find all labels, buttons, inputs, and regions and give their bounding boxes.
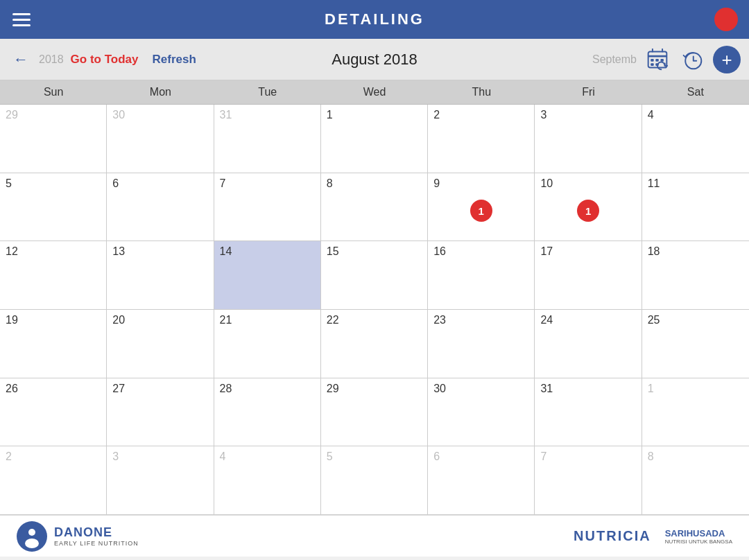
calendar-cell[interactable]: 21 — [214, 310, 321, 378]
day-number: 9 — [433, 177, 440, 189]
day-number: 24 — [540, 314, 553, 326]
hamburger-menu-button[interactable] — [12, 13, 31, 26]
danone-sub-label: EARLY LIFE NUTRITION — [54, 540, 139, 547]
calendar-cell[interactable]: 20 — [107, 310, 214, 378]
calendar-cell[interactable]: 4 — [642, 105, 749, 173]
calendar-cell[interactable]: 31 — [214, 105, 321, 173]
calendar-grid: 2930311234567891101111213141516171819202… — [0, 105, 749, 515]
event-badge: 1 — [470, 200, 492, 222]
day-number: 30 — [433, 383, 446, 394]
refresh-button[interactable]: Refresh — [153, 53, 196, 67]
go-today-button[interactable]: Go to Today — [71, 53, 139, 67]
calendar-cell[interactable]: 24 — [535, 310, 642, 378]
calendar-cell[interactable]: 7 — [214, 173, 321, 241]
calendar-cell[interactable]: 6 — [428, 446, 535, 514]
calendar-cell[interactable]: 12 — [0, 241, 107, 309]
calendar-cell[interactable]: 7 — [535, 446, 642, 514]
day-header-fri: Fri — [535, 80, 642, 104]
danone-name-label: DANONE — [54, 525, 139, 540]
svg-point-11 — [28, 529, 35, 536]
calendar-cell[interactable]: 6 — [107, 173, 214, 241]
calendar-cell[interactable]: 27 — [107, 378, 214, 446]
calendar-cell[interactable]: 2 — [428, 105, 535, 173]
day-number: 7 — [220, 177, 226, 189]
calendar-cell[interactable]: 28 — [214, 378, 321, 446]
svg-rect-6 — [660, 59, 663, 62]
day-number: 26 — [6, 383, 18, 394]
svg-point-12 — [25, 539, 39, 548]
day-number: 12 — [6, 245, 18, 257]
svg-rect-7 — [651, 63, 653, 66]
calendar-cell[interactable]: 26 — [0, 378, 107, 446]
calendar-cell[interactable]: 1 — [321, 105, 428, 173]
day-headers-row: SunMonTueWedThuFriSat — [0, 80, 749, 105]
calendar-cell[interactable]: 17 — [535, 241, 642, 309]
day-header-wed: Wed — [321, 80, 428, 104]
calendar-week-row: 12131415161718 — [0, 241, 749, 310]
day-number: 29 — [327, 383, 339, 394]
calendar-cell[interactable]: 2 — [0, 446, 107, 514]
day-number: 6 — [112, 177, 119, 189]
svg-rect-5 — [655, 59, 658, 62]
calendar-cell[interactable]: 8 — [642, 446, 749, 514]
month-year-title: August 2018 — [332, 51, 417, 69]
day-header-tue: Tue — [214, 80, 321, 104]
calendar-week-row: 2930311234 — [0, 105, 749, 173]
day-header-mon: Mon — [107, 80, 214, 104]
day-number: 27 — [112, 383, 125, 394]
calendar-cell[interactable]: 22 — [321, 310, 428, 378]
calendar-week-row: 56789110111 — [0, 173, 749, 242]
event-badge: 1 — [577, 200, 599, 222]
day-number: 22 — [327, 314, 339, 326]
calendar-cell[interactable]: 5 — [0, 173, 107, 241]
calendar-cell[interactable]: 25 — [642, 310, 749, 378]
day-number: 15 — [327, 245, 339, 257]
day-number: 3 — [112, 450, 119, 462]
day-number: 25 — [648, 314, 660, 326]
calendar-cell[interactable]: 91 — [428, 173, 535, 241]
calendar-cell[interactable]: 8 — [321, 173, 428, 241]
day-number: 28 — [220, 383, 232, 394]
calendar-cell[interactable]: 18 — [642, 241, 749, 309]
day-number: 30 — [112, 109, 125, 121]
prev-year-label: 2018 — [39, 53, 64, 66]
calendar-cell[interactable]: 23 — [428, 310, 535, 378]
calendar-cell[interactable]: 13 — [107, 241, 214, 309]
calendar-cell[interactable]: 29 — [0, 105, 107, 173]
calendar-cell[interactable]: 30 — [107, 105, 214, 173]
calendar-cell[interactable]: 14 — [214, 241, 321, 309]
calendar-cell[interactable]: 11 — [642, 173, 749, 241]
calendar-cell[interactable]: 30 — [428, 378, 535, 446]
next-month-preview: Septemb — [592, 53, 637, 66]
calendar-week-row: 19202122232425 — [0, 310, 749, 378]
calendar-cell[interactable]: 31 — [535, 378, 642, 446]
add-event-button[interactable]: + — [713, 46, 741, 73]
app-header: DETAILING — [0, 0, 749, 39]
day-number: 7 — [540, 450, 546, 462]
calendar-cell[interactable]: 4 — [214, 446, 321, 514]
toolbar-actions: Septemb + — [592, 46, 741, 73]
schedule-view-button[interactable] — [644, 46, 671, 73]
calendar-cell[interactable]: 5 — [321, 446, 428, 514]
calendar-cell[interactable]: 1 — [642, 378, 749, 446]
day-header-sat: Sat — [642, 80, 749, 104]
history-view-button[interactable] — [678, 46, 706, 73]
day-number: 20 — [112, 314, 125, 326]
notification-dot[interactable] — [714, 8, 738, 31]
calendar-cell[interactable]: 15 — [321, 241, 428, 309]
day-number: 23 — [433, 314, 446, 326]
calendar-cell[interactable]: 3 — [107, 446, 214, 514]
danone-branding: DANONE EARLY LIFE NUTRITION — [17, 521, 139, 552]
day-number: 10 — [540, 177, 553, 189]
day-header-thu: Thu — [428, 80, 535, 104]
day-number: 18 — [648, 245, 660, 257]
nutricia-label: NUTRICIA — [574, 528, 651, 544]
calendar-cell[interactable]: 19 — [0, 310, 107, 378]
calendar-cell[interactable]: 3 — [535, 105, 642, 173]
back-button[interactable]: ← — [8, 51, 33, 69]
calendar-cell[interactable]: 16 — [428, 241, 535, 309]
sarihusada-label: SARIHUSADA — [665, 528, 725, 539]
calendar-cell[interactable]: 101 — [535, 173, 642, 241]
calendar-cell[interactable]: 29 — [321, 378, 428, 446]
day-number: 29 — [6, 109, 18, 121]
